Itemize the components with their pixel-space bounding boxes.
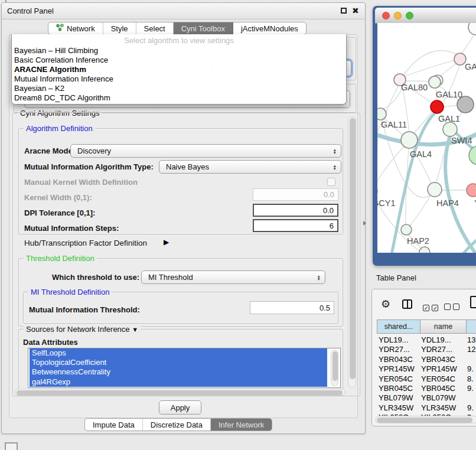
- popup-hint: Select algorithm to view settings: [12, 34, 346, 45]
- data-attribute-item[interactable]: gal4RGexp: [30, 377, 327, 387]
- gray-edge[interactable]: [409, 194, 431, 226]
- tab-infer-network[interactable]: Infer Network: [211, 419, 272, 431]
- settings-hscrollbar[interactable]: [15, 389, 345, 396]
- dpi-tolerance-field[interactable]: [253, 204, 338, 217]
- tab-cyni-toolbox[interactable]: Cyni Toolbox: [174, 22, 233, 34]
- table-row[interactable]: YDL19...YDL19...13: [377, 335, 476, 344]
- gray-edge[interactable]: [405, 60, 455, 76]
- settings-vscrollbar[interactable]: [348, 116, 356, 388]
- settings-hscrollbar-thumb[interactable]: [17, 390, 343, 395]
- network-node[interactable]: [454, 53, 466, 65]
- network-node[interactable]: [443, 122, 457, 136]
- table-cell: YDR27...: [379, 345, 410, 354]
- table-cell: YBR043C: [421, 355, 455, 364]
- kernel-width-field[interactable]: [253, 188, 338, 201]
- tab-network[interactable]: Network: [48, 22, 103, 34]
- network-node[interactable]: [377, 108, 386, 120]
- network-node[interactable]: [401, 224, 412, 235]
- column-header-1[interactable]: shared...: [377, 319, 420, 334]
- sources-collapse-arrow-icon[interactable]: ▼: [132, 326, 138, 333]
- table-row[interactable]: YLR345WYLR345W9.: [377, 403, 476, 412]
- table-row[interactable]: YBL079WYBL079W: [377, 393, 476, 402]
- network-node[interactable]: [469, 146, 476, 165]
- sources-title: Sources for Network Inference ▼: [24, 325, 141, 334]
- network-node[interactable]: [467, 184, 476, 197]
- network-node[interactable]: [429, 76, 441, 88]
- combo-arrows-icon: ▲▼: [333, 148, 337, 154]
- data-attribute-item[interactable]: SelfLoops: [30, 348, 327, 358]
- which-threshold-value: MI Threshold: [148, 273, 193, 282]
- algorithm-option[interactable]: Bayesian – Hill Climbing: [12, 46, 346, 56]
- network-node[interactable]: [419, 247, 430, 253]
- column-selector-icon[interactable]: [402, 299, 412, 309]
- attributes-vscrollbar[interactable]: [331, 350, 338, 386]
- network-node[interactable]: [428, 182, 442, 197]
- control-panel-titlebar: Control Panel ✖: [2, 3, 365, 19]
- dock-panel-icon[interactable]: [5, 442, 18, 450]
- algorithm-option[interactable]: Bayesian – K2: [12, 84, 346, 93]
- data-attribute-item[interactable]: BetweennessCentrality: [30, 367, 327, 377]
- data-attribute-item[interactable]: TopologicalCoefficient: [30, 358, 327, 367]
- network-canvas[interactable]: GALGAL80GAL10GAL11GAL1SWI4GAL4GCY1HAP4YH…: [377, 23, 476, 253]
- table-cell: YLR345W: [421, 403, 456, 412]
- close-window-icon[interactable]: ✖: [352, 6, 359, 15]
- table-row[interactable]: YBR045CYBR045C9.: [377, 383, 476, 393]
- attributes-vscrollbar-thumb[interactable]: [332, 351, 338, 381]
- table-row[interactable]: YER054CYER054C8.: [377, 374, 476, 383]
- table-cell: 12: [467, 345, 475, 354]
- table-hscrollbar[interactable]: [375, 416, 476, 423]
- network-node[interactable]: [468, 23, 476, 35]
- tab-discretize-data[interactable]: Discretize Data: [143, 419, 211, 431]
- which-threshold-combo[interactable]: MI Threshold ▲▼: [141, 270, 325, 284]
- table-row[interactable]: YBR043CYBR043C: [377, 354, 476, 364]
- network-icon: [56, 24, 64, 33]
- mi-threshold-field[interactable]: [250, 301, 334, 314]
- node-label: GAL4: [410, 149, 432, 159]
- mi-steps-field[interactable]: [253, 219, 338, 232]
- algorithm-option[interactable]: Dream8 DC_TDC Algorithm: [12, 93, 346, 103]
- table-cell: YDR27...: [421, 345, 452, 354]
- table-cell: YBL079W: [379, 393, 413, 402]
- table-settings-gear-icon[interactable]: ⚙: [381, 298, 390, 311]
- tab-impute-data[interactable]: Impute Data: [85, 419, 143, 431]
- mi-type-combo[interactable]: Naive Bayes ▲▼: [159, 160, 341, 174]
- window-minimize-button[interactable]: [394, 12, 402, 19]
- split-divider-handle-icon[interactable]: [363, 221, 366, 226]
- tab-select[interactable]: Select: [136, 22, 174, 34]
- algorithm-option[interactable]: Basic Correlation Inference: [12, 56, 346, 65]
- gray-edge[interactable]: [377, 146, 405, 188]
- table-cell: YDL19...: [379, 335, 409, 344]
- network-node[interactable]: [431, 100, 444, 113]
- algorithm-option[interactable]: Mutual Information Inference: [12, 74, 346, 84]
- table-row[interactable]: YPR145WYPR145W9.: [377, 364, 476, 373]
- settings-vscrollbar-thumb[interactable]: [350, 118, 356, 379]
- new-table-document-icon[interactable]: [470, 296, 476, 308]
- column-header-3[interactable]: A: [467, 319, 476, 334]
- table-hscrollbar-thumb[interactable]: [377, 418, 472, 423]
- manual-kernel-checkbox[interactable]: [327, 178, 335, 186]
- column-header-2[interactable]: name: [420, 319, 467, 334]
- float-window-icon[interactable]: [341, 8, 347, 14]
- apply-button[interactable]: Apply: [159, 400, 201, 415]
- window-close-button[interactable]: [382, 12, 390, 19]
- data-attributes-list[interactable]: SelfLoopsTopologicalCoefficientBetweenne…: [28, 348, 341, 388]
- network-node[interactable]: [401, 132, 418, 148]
- tab-style[interactable]: Style: [103, 22, 136, 34]
- table-panel-title: Table Panel: [376, 273, 416, 282]
- select-all-checks-icon[interactable]: ✓ ✓: [423, 302, 438, 312]
- window-zoom-button[interactable]: [406, 12, 413, 19]
- gray-edge[interactable]: [444, 105, 458, 107]
- hub-section-label[interactable]: Hub/Transcription Factor Definition: [24, 239, 147, 247]
- mi-type-value: Naive Bayes: [166, 162, 209, 171]
- table-header-row: shared...nameA: [377, 319, 476, 334]
- table-row[interactable]: YDR27...YDR27...12: [377, 344, 476, 354]
- hub-expand-arrow-icon[interactable]: ▶: [164, 238, 169, 246]
- aracne-mode-combo[interactable]: Discovery ▲▼: [70, 144, 341, 158]
- table-cell: YPR145W: [379, 364, 415, 373]
- gray-edge[interactable]: [406, 81, 429, 81]
- algorithm-option[interactable]: ARACNE Algorithm: [12, 65, 346, 74]
- deselect-all-checks-icon[interactable]: [444, 302, 459, 312]
- network-view-window[interactable]: GALGAL80GAL10GAL11GAL1SWI4GAL4GCY1HAP4YH…: [373, 6, 476, 266]
- tab-jactivemnodules[interactable]: jActiveMNodules: [233, 22, 306, 34]
- network-window-titlebar[interactable]: [375, 8, 476, 24]
